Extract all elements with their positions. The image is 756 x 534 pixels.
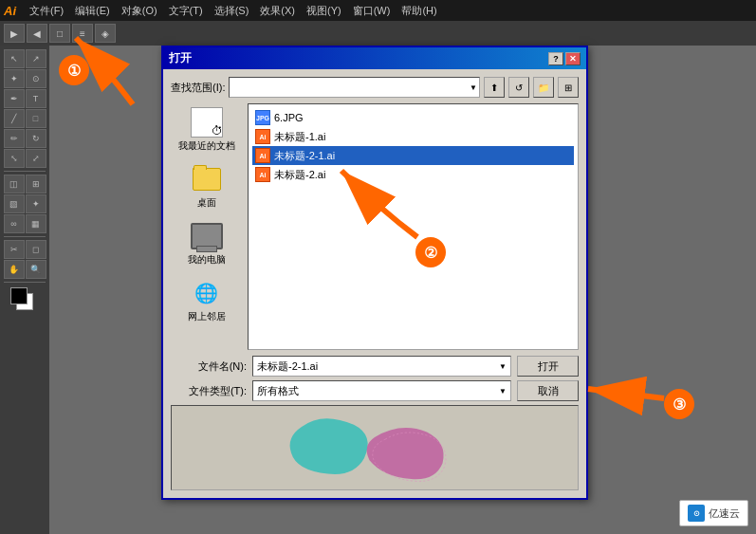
filename-label: 文件名(N): xyxy=(171,359,247,374)
dialog-titlebar: 打开 ? ✕ xyxy=(163,47,586,69)
toolbar-icon-2[interactable]: ◀ xyxy=(27,24,47,43)
toolbar: ▶ ◀ □ ≡ ◈ xyxy=(0,21,756,46)
filetype-row: 文件类型(T): 所有格式 ▼ 取消 xyxy=(171,380,579,401)
tool-hand[interactable]: ✋ xyxy=(4,260,25,279)
file-icon-ai-3: Ai xyxy=(255,167,270,182)
toolbar-icon-1[interactable]: ▶ xyxy=(4,24,25,43)
file-item-1[interactable]: Ai 未标题-1.ai xyxy=(252,127,574,146)
tool-gradient[interactable]: ◫ xyxy=(4,175,25,193)
shortcut-desktop-label: 桌面 xyxy=(197,196,216,210)
shortcut-network[interactable]: 🌐 网上邻居 xyxy=(175,274,237,327)
tool-paint-bucket[interactable]: ▧ xyxy=(4,194,25,213)
shortcut-desktop[interactable]: 桌面 xyxy=(175,160,237,213)
recent-icon xyxy=(190,107,224,138)
tool-scissors[interactable]: ✂ xyxy=(4,240,25,259)
tool-mesh[interactable]: ⊞ xyxy=(26,175,46,193)
dialog-sidebar: 我最近的文档 桌面 我的电脑 🌐 xyxy=(171,103,242,350)
tool-rect[interactable]: □ xyxy=(26,109,46,128)
cancel-button[interactable]: 取消 xyxy=(517,380,579,401)
filename-row: 文件名(N): 未标题-2-1.ai ▼ 打开 xyxy=(171,356,579,377)
swatch-stack[interactable] xyxy=(10,287,39,312)
file-item-2[interactable]: Ai 未标题-2-1.ai xyxy=(252,146,574,165)
menu-bar: Ai 文件(F) 编辑(E) 对象(O) 文字(T) 选择(S) 效果(X) 视… xyxy=(0,0,756,21)
swatch-foreground[interactable] xyxy=(10,287,28,304)
menu-effects[interactable]: 效果(X) xyxy=(254,2,301,20)
tool-lasso[interactable]: ⊙ xyxy=(26,69,46,88)
tool-text[interactable]: T xyxy=(26,89,46,108)
shortcut-recent[interactable]: 我最近的文档 xyxy=(175,103,237,157)
network-icon: 🌐 xyxy=(190,278,224,308)
menu-help[interactable]: 帮助(H) xyxy=(396,2,442,20)
dialog-title-buttons: ? ✕ xyxy=(548,52,581,65)
nav-folder-button[interactable]: 📁 xyxy=(533,77,554,98)
tool-eyedropper[interactable]: ✦ xyxy=(26,194,46,213)
nav-up-button[interactable]: ⬆ xyxy=(484,77,505,98)
tool-select-group: ↖ ↗ xyxy=(3,49,46,68)
file-dialog[interactable]: 打开 ? ✕ 查找范围(I): ⬆ ↺ 📁 ⊞ xyxy=(161,46,588,500)
dialog-title: 打开 xyxy=(169,50,192,66)
watermark: ⊙ 亿速云 xyxy=(679,500,748,526)
file-item-3[interactable]: Ai 未标题-2.ai xyxy=(252,165,574,184)
dialog-help-button[interactable]: ? xyxy=(548,52,563,65)
filetype-label: 文件类型(T): xyxy=(171,384,247,398)
dialog-body: 查找范围(I): ⬆ ↺ 📁 ⊞ 我最近的文档 xyxy=(163,69,586,498)
tool-scissor-group: ✂ ◻ xyxy=(3,240,46,259)
tool-brush[interactable]: ✏ xyxy=(4,129,25,148)
tool-warp[interactable]: ⤢ xyxy=(26,149,46,168)
tool-line[interactable]: ╱ xyxy=(4,109,25,128)
nav-view-button[interactable]: ⊞ xyxy=(558,77,579,98)
menu-view[interactable]: 视图(Y) xyxy=(301,2,347,20)
tool-pen-group: ✦ ⊙ xyxy=(3,69,46,88)
menu-window[interactable]: 窗口(W) xyxy=(347,2,396,20)
menu-object[interactable]: 对象(O) xyxy=(116,2,163,20)
tool-blend[interactable]: ∞ xyxy=(4,214,25,233)
tool-divider-2 xyxy=(4,236,46,237)
open-button[interactable]: 打开 xyxy=(517,356,579,377)
dialog-close-button[interactable]: ✕ xyxy=(565,52,581,65)
tool-direct-select[interactable]: ↗ xyxy=(26,49,46,68)
shortcut-computer[interactable]: 我的电脑 xyxy=(175,217,237,270)
file-name-1: 未标题-1.ai xyxy=(274,130,325,144)
file-name-0: 6.JPG xyxy=(274,112,304,123)
toolbar-icon-4[interactable]: ≡ xyxy=(72,24,93,43)
menu-text[interactable]: 文字(T) xyxy=(163,2,209,20)
tool-chart[interactable]: ▦ xyxy=(26,214,46,233)
tool-magic-wand[interactable]: ✦ xyxy=(4,69,25,88)
toolbar-icon-5[interactable]: ◈ xyxy=(95,24,116,43)
tool-paint-group: ▧ ✦ xyxy=(3,194,46,213)
tool-shape-group: ╱ □ xyxy=(3,109,46,128)
dialog-bottom: 文件名(N): 未标题-2-1.ai ▼ 打开 文件类型(T): 所有格式 ▼ … xyxy=(171,356,579,490)
tool-eraser[interactable]: ◻ xyxy=(26,240,46,259)
file-icon-jpg: JPG xyxy=(255,110,270,125)
tool-select[interactable]: ↖ xyxy=(4,49,25,68)
location-dropdown[interactable] xyxy=(229,77,480,98)
preview-area xyxy=(171,405,579,490)
tool-gradient-group: ◫ ⊞ xyxy=(3,175,46,193)
tool-pen[interactable]: ✒ xyxy=(4,89,25,108)
filetype-input[interactable]: 所有格式 ▼ xyxy=(252,380,511,401)
dialog-main: 我最近的文档 桌面 我的电脑 🌐 xyxy=(171,103,579,350)
nav-refresh-button[interactable]: ↺ xyxy=(508,77,529,98)
tool-zoom[interactable]: 🔍 xyxy=(26,260,46,279)
tool-draw-group: ✒ T xyxy=(3,89,46,108)
menu-select[interactable]: 选择(S) xyxy=(209,2,255,20)
tools-panel: ↖ ↗ ✦ ⊙ ✒ T ╱ □ ✏ ↻ ⤡ ⤢ ◫ ⊞ ▧ ✦ ∞ ▦ ✂ ◻ … xyxy=(0,46,49,534)
file-item-0[interactable]: JPG 6.JPG xyxy=(252,108,574,127)
menu-edit[interactable]: 编辑(E) xyxy=(69,2,116,20)
filename-input[interactable]: 未标题-2-1.ai ▼ xyxy=(252,356,511,377)
desktop-icon xyxy=(190,164,224,194)
tool-nav-group: ✋ 🔍 xyxy=(3,260,46,279)
tool-divider-3 xyxy=(4,282,46,283)
shortcut-computer-label: 我的电脑 xyxy=(188,253,226,267)
shortcut-network-label: 网上邻居 xyxy=(188,310,226,323)
tool-scale[interactable]: ⤡ xyxy=(4,149,25,168)
color-swatches xyxy=(10,287,39,312)
file-list[interactable]: JPG 6.JPG Ai 未标题-1.ai Ai 未标题-2-1.ai Ai 未… xyxy=(248,103,579,350)
tool-rotate[interactable]: ↻ xyxy=(26,129,46,148)
file-name-3: 未标题-2.ai xyxy=(274,168,325,182)
menu-file[interactable]: 文件(F) xyxy=(24,2,69,20)
computer-icon xyxy=(190,221,224,251)
file-name-2: 未标题-2-1.ai xyxy=(274,149,335,163)
tool-divider-1 xyxy=(4,171,46,172)
toolbar-icon-3[interactable]: □ xyxy=(49,24,70,43)
